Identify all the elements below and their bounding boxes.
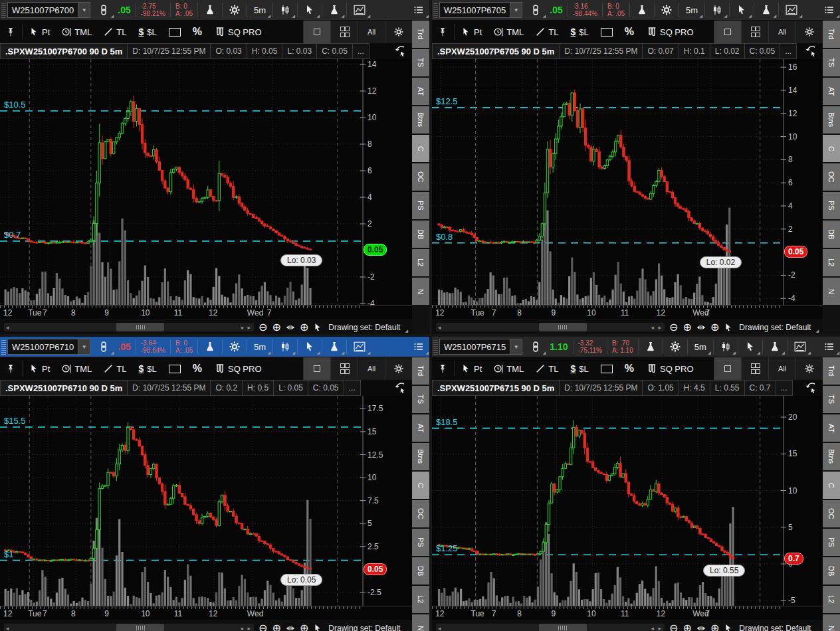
rectangle-tool-button[interactable] [163,21,187,43]
drawing-set-label[interactable]: Drawing set: Default [739,624,811,631]
zoom-out-button[interactable]: ⊖ [669,322,678,333]
symbol-input[interactable]: W251007P6700 ▼ [7,2,90,18]
toolbar-settings-gear-button[interactable] [385,21,412,43]
panel-tab-trd[interactable]: Trd [823,357,840,385]
symbol-input[interactable]: W251007P6710 ▼ [7,339,90,355]
pin-toolbar-button[interactable] [432,357,453,380]
toolbar-settings-gear-button[interactable] [795,21,823,43]
symbol-input[interactable]: W251007P6715 ▼ [439,339,522,355]
detach-swap-icon[interactable] [800,43,823,59]
panel-tab-at[interactable]: AT [823,78,840,105]
scroll-step-left-icon[interactable]: ◂ [651,624,655,631]
header-more-button[interactable]: ... [780,43,797,59]
trendline-tool-button[interactable]: TL [98,21,132,43]
timeframe-dropdown[interactable]: 5m◢ [249,1,271,19]
scroll-left-arrow-icon[interactable]: ◂ [438,323,441,331]
panel-tab-ps[interactable]: PS [823,192,840,219]
panel-tab-ts[interactable]: TS [823,386,840,413]
pan-button[interactable] [696,624,706,631]
scrollbar-thumb[interactable] [539,624,587,631]
analyze-flask-button[interactable] [640,337,661,356]
drawing-set-label[interactable]: Drawing set: Default [328,323,400,332]
panel-tab-ts[interactable]: TS [412,386,429,413]
panel-tab-oc[interactable]: OC [823,500,840,527]
drawings-pattern-dropdown[interactable]: ◢ [789,337,811,356]
panel-tab-btns[interactable]: Btns [412,106,429,134]
price-level-tool-button[interactable]: $$L [132,357,162,380]
symbol-input[interactable]: W251007P6705 ▼ [439,2,522,18]
all-charts-button[interactable]: All [358,357,385,380]
window-grip-handle[interactable] [433,2,438,18]
percent-tool-button[interactable]: % [187,357,208,380]
panel-tab-btns[interactable]: Btns [412,443,429,470]
symbol-dropdown-button[interactable]: ▼ [78,3,90,17]
detach-swap-icon[interactable] [800,380,823,396]
symbol-dropdown-button[interactable]: ▼ [510,3,522,17]
zoom-out-button[interactable]: ⊖ [259,322,267,333]
percent-tool-button[interactable]: % [187,21,208,43]
timeframe-dropdown[interactable]: 5m◢ [249,337,271,356]
panel-tab-n[interactable]: N [823,614,840,631]
sq-pro-button[interactable]: SQ PRO [640,357,700,380]
header-more-button[interactable]: ... [353,43,369,59]
panel-tab-at[interactable]: AT [412,414,429,442]
scroll-step-right-icon[interactable]: ▸ [659,624,662,631]
zoom-in-button[interactable]: ⊕ [683,322,692,333]
percent-tool-button[interactable]: % [619,21,640,43]
toolbar-settings-gear-button[interactable] [385,357,412,380]
scrollbar-thumb[interactable] [116,624,164,631]
chart-scrollbar[interactable]: ◂ ◂ ▸ [436,624,665,631]
panel-tab-db[interactable]: DB [412,557,429,585]
symbol-dropdown-button[interactable]: ▼ [510,339,522,354]
scroll-left-arrow-icon[interactable]: ◂ [6,323,9,331]
chart-plot-area[interactable]: 161412108642-2-4 0.05 Lo: 0.02 $12.5$0.8 [432,59,823,305]
panel-tab-l2[interactable]: L2 [823,249,840,276]
studies-flask-dropdown[interactable]: ◢ [756,1,777,19]
grid-layout-button[interactable] [741,357,768,380]
chart-menu-button[interactable]: ◢ [408,1,429,19]
scroll-step-left-icon[interactable]: ◂ [241,323,244,331]
scroll-step-right-icon[interactable]: ▸ [248,624,251,631]
pointer-tool-button[interactable]: Pt [23,357,56,380]
chart-scrollbar[interactable]: ◂ ◂ ▸ [4,323,254,331]
studies-flask-dropdown[interactable]: ◢ [764,337,786,356]
pointer-mode-button[interactable] [724,323,733,332]
analyze-flask-button[interactable] [199,337,221,356]
pointer-mode-button[interactable] [313,323,322,332]
timeline-tool-button[interactable]: TML [488,21,530,43]
timeline-tool-button[interactable]: TML [488,357,530,380]
scroll-step-left-icon[interactable]: ◂ [241,624,244,631]
chart-style-dropdown[interactable]: ◢ [274,1,296,19]
single-chart-layout-button[interactable] [303,357,330,380]
panel-tab-btns[interactable]: Btns [823,443,840,470]
chart-style-dropdown[interactable]: ◢ [715,337,736,356]
panel-tab-l2[interactable]: L2 [412,586,429,613]
panel-tab-trd[interactable]: Trd [412,21,429,48]
trendline-tool-button[interactable]: TL [530,21,564,43]
chart-plot-area[interactable]: 20151050-5 0.7 Lo: 0.55 $18.5$1.25 [432,396,823,606]
crosshair-button[interactable]: ⊕ [300,322,308,333]
chart-menu-button[interactable]: ◢ [819,337,840,356]
panel-tab-btns[interactable]: Btns [823,106,840,134]
chart-style-dropdown[interactable]: ◢ [706,1,728,19]
panel-tab-ts[interactable]: TS [823,49,840,76]
panel-tab-db[interactable]: DB [823,557,840,585]
scrollbar-thumb[interactable] [116,323,164,331]
panel-tab-db[interactable]: DB [412,221,429,248]
grid-layout-button[interactable] [741,21,768,43]
scrollbar-thumb[interactable] [539,323,587,331]
single-chart-layout-button[interactable] [303,21,330,43]
scroll-left-arrow-icon[interactable]: ◂ [438,624,441,631]
rectangle-tool-button[interactable] [163,357,187,380]
chart-plot-area[interactable]: 17.51512.5107.552.5-2.5 0.05 Lo: 0.05 $1… [0,396,412,606]
grid-layout-button[interactable] [330,357,358,380]
all-charts-button[interactable]: All [768,21,795,43]
chart-settings-gear-button[interactable] [656,1,677,19]
percent-tool-button[interactable]: % [619,357,640,380]
rectangle-tool-button[interactable] [595,21,619,43]
symbol-dropdown-button[interactable]: ▼ [78,339,90,354]
all-charts-button[interactable]: All [358,21,385,43]
scroll-step-right-icon[interactable]: ▸ [659,323,662,331]
cursor-tool-dropdown[interactable]: ◢ [740,337,761,356]
drawing-set-label[interactable]: Drawing set: Default [328,624,400,631]
